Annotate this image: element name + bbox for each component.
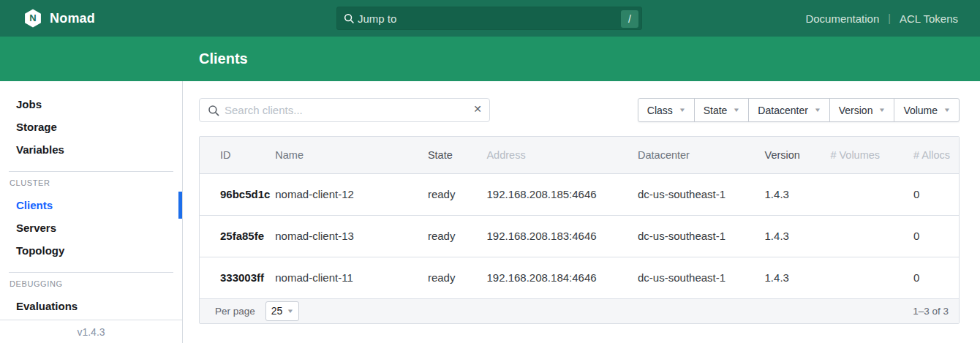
column-header-id[interactable]: ID — [200, 137, 275, 173]
client-name: nomad-client-12 — [275, 173, 428, 215]
chevron-down-icon: ▼ — [679, 107, 686, 113]
toolbar: ✕ Class ▼ State ▼ Datacenter ▼ Version ▼… — [199, 98, 960, 122]
nomad-brand[interactable]: N Nomad — [23, 8, 95, 29]
client-id[interactable]: 333003ff — [200, 257, 275, 298]
column-header-volumes: # Volumes — [830, 137, 913, 173]
version-label: v1.4.3 — [0, 320, 182, 343]
chevron-down-icon: ▼ — [287, 308, 294, 314]
client-state: ready — [428, 215, 487, 257]
table-footer: Per page 25 ▼ 1–3 of 3 — [200, 299, 959, 323]
search-icon — [344, 13, 355, 24]
client-address: 192.168.208.183:4646 — [486, 215, 638, 257]
svg-text:N: N — [29, 12, 36, 23]
client-datacenter: dc-us-southeast-1 — [638, 173, 765, 215]
chevron-down-icon: ▼ — [943, 107, 951, 113]
sidebar-item-servers[interactable]: Servers — [0, 216, 182, 239]
client-state: ready — [428, 173, 487, 215]
filter-class[interactable]: Class ▼ — [638, 98, 695, 122]
client-version: 1.4.3 — [765, 257, 831, 298]
client-address: 192.168.208.184:4646 — [486, 257, 638, 298]
top-navigation-bar: N Nomad / Documentation | ACL Tokens — [0, 0, 980, 37]
nomad-logo-icon: N — [23, 8, 42, 29]
sidebar-item-jobs[interactable]: Jobs — [0, 93, 182, 116]
sidebar-item-clients[interactable]: Clients — [0, 194, 182, 216]
brand-name: Nomad — [50, 11, 95, 26]
column-header-version[interactable]: Version — [765, 137, 831, 173]
client-volumes — [830, 173, 913, 215]
link-separator: | — [888, 12, 891, 24]
table-row[interactable]: 25fa85fe nomad-client-13 ready 192.168.2… — [200, 215, 959, 257]
table-header-row: ID Name State Address Datacenter Version… — [200, 137, 959, 173]
column-header-datacenter[interactable]: Datacenter — [638, 137, 765, 173]
client-id[interactable]: 25fa85fe — [200, 215, 275, 257]
filter-volume[interactable]: Volume ▼ — [894, 98, 960, 122]
column-header-allocs: # Allocs — [913, 137, 959, 173]
filter-group: Class ▼ State ▼ Datacenter ▼ Version ▼ V… — [638, 98, 960, 122]
per-page-label: Per page — [215, 306, 255, 317]
client-address: 192.168.208.185:4646 — [486, 173, 638, 215]
jump-to-input[interactable] — [358, 7, 614, 29]
client-allocs: 0 — [913, 257, 959, 298]
chevron-down-icon: ▼ — [814, 107, 821, 113]
filter-version[interactable]: Version ▼ — [829, 98, 895, 122]
chevron-down-icon: ▼ — [878, 107, 886, 113]
per-page-select[interactable]: 25 ▼ — [265, 301, 300, 321]
client-name: nomad-client-11 — [275, 257, 428, 298]
clients-search-box[interactable]: ✕ — [199, 98, 490, 122]
client-version: 1.4.3 — [765, 173, 831, 215]
acl-tokens-link[interactable]: ACL Tokens — [900, 12, 958, 25]
page-title: Clients — [199, 50, 248, 67]
column-header-name[interactable]: Name — [275, 137, 428, 173]
keyboard-shortcut-badge: / — [621, 10, 638, 28]
clients-search-input[interactable] — [225, 99, 466, 121]
sidebar-item-evaluations[interactable]: Evaluations — [0, 295, 182, 317]
client-name: nomad-client-13 — [275, 215, 428, 257]
client-volumes — [830, 215, 913, 257]
sidebar-item-topology[interactable]: Topology — [0, 239, 182, 262]
sidebar-section-debugging: DEBUGGING — [0, 273, 182, 295]
page-header: Clients — [0, 37, 980, 81]
clients-table: ID Name State Address Datacenter Version… — [199, 136, 960, 324]
search-icon — [208, 105, 220, 117]
client-allocs: 0 — [913, 173, 959, 215]
client-id[interactable]: 96bc5d1c — [200, 173, 275, 215]
client-allocs: 0 — [913, 215, 959, 257]
client-datacenter: dc-us-southeast-1 — [638, 257, 765, 298]
client-version: 1.4.3 — [765, 215, 831, 257]
column-header-state[interactable]: State — [428, 137, 487, 173]
active-indicator-bar — [178, 192, 182, 219]
client-volumes — [830, 257, 913, 298]
main-content: ✕ Class ▼ State ▼ Datacenter ▼ Version ▼… — [184, 81, 980, 343]
clear-search-icon[interactable]: ✕ — [473, 103, 482, 115]
column-header-address: Address — [486, 137, 638, 173]
table-row[interactable]: 333003ff nomad-client-11 ready 192.168.2… — [200, 257, 959, 298]
sidebar: Jobs Storage Variables CLUSTER Clients S… — [0, 81, 183, 343]
table-row[interactable]: 96bc5d1c nomad-client-12 ready 192.168.2… — [200, 173, 959, 215]
filter-datacenter[interactable]: Datacenter ▼ — [748, 98, 829, 122]
client-datacenter: dc-us-southeast-1 — [638, 215, 765, 257]
pagination-range: 1–3 of 3 — [913, 306, 949, 317]
sidebar-item-storage[interactable]: Storage — [0, 116, 182, 138]
sidebar-section-cluster: CLUSTER — [0, 172, 182, 194]
sidebar-item-variables[interactable]: Variables — [0, 138, 182, 161]
chevron-down-icon: ▼ — [733, 107, 740, 113]
jump-to-search[interactable]: / — [336, 7, 642, 30]
filter-state[interactable]: State ▼ — [694, 98, 750, 122]
documentation-link[interactable]: Documentation — [805, 12, 879, 25]
client-state: ready — [428, 257, 487, 298]
